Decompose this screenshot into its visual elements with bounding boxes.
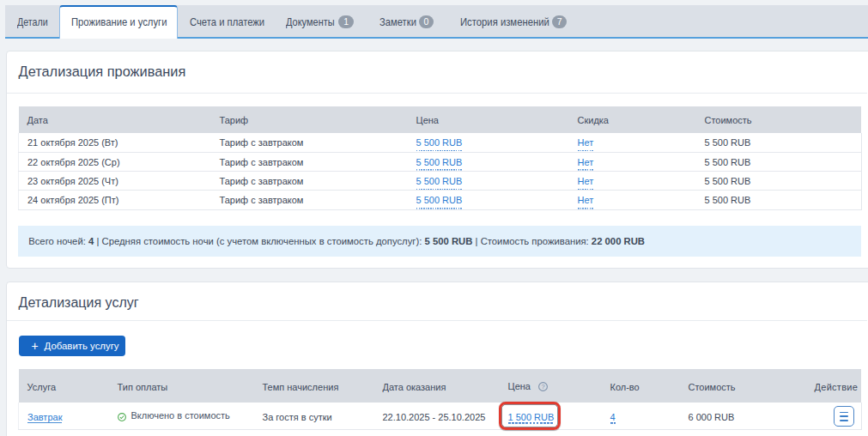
svg-text:?: ? — [541, 383, 544, 391]
